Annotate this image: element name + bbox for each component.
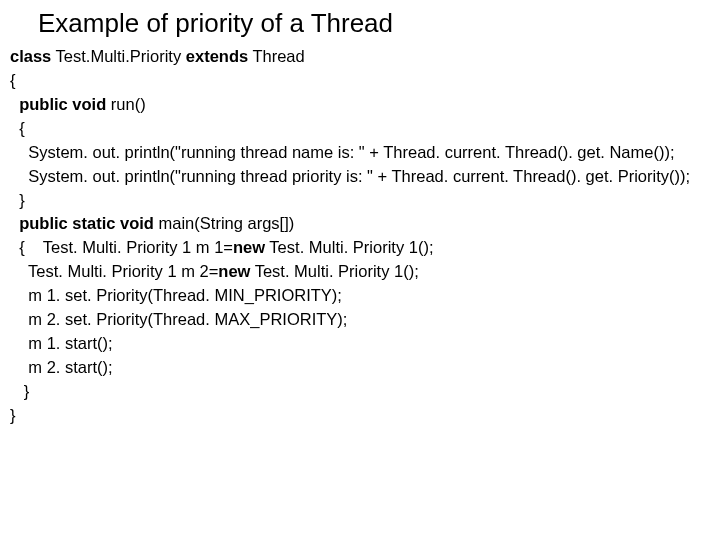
- kw-void: void: [115, 214, 154, 232]
- kw-static: static: [68, 214, 116, 232]
- brace: }: [10, 406, 16, 424]
- kw-new: new: [218, 262, 250, 280]
- text: Test.Multi.Priority: [51, 47, 185, 65]
- kw-public: public: [10, 214, 68, 232]
- brace: }: [10, 382, 29, 400]
- kw-public: public: [10, 95, 68, 113]
- brace: {: [10, 119, 25, 137]
- code-line: Test. Multi. Priority 1 m 2=: [10, 262, 218, 280]
- kw-void: void: [68, 95, 107, 113]
- code-line: m 2. start();: [10, 358, 113, 376]
- kw-extends: extends: [186, 47, 248, 65]
- code-line: m 1. set. Priority(Thread. MIN_PRIORITY)…: [10, 286, 342, 304]
- code-line: System. out. println("running thread nam…: [10, 143, 675, 161]
- brace: {: [10, 71, 16, 89]
- text: Test. Multi. Priority 1();: [265, 238, 433, 256]
- text: Thread: [248, 47, 305, 65]
- text: main(String args[]): [154, 214, 294, 232]
- code-line: { Test. Multi. Priority 1 m 1=: [10, 238, 233, 256]
- kw-class: class: [10, 47, 51, 65]
- code-line: m 2. set. Priority(Thread. MAX_PRIORITY)…: [10, 310, 347, 328]
- text: run(): [106, 95, 145, 113]
- text: Test. Multi. Priority 1();: [250, 262, 418, 280]
- slide-title: Example of priority of a Thread: [38, 8, 710, 39]
- kw-new: new: [233, 238, 265, 256]
- code-line: System. out. println("running thread pri…: [10, 167, 690, 185]
- slide: Example of priority of a Thread class Te…: [0, 0, 720, 438]
- code-line: m 1. start();: [10, 334, 113, 352]
- brace: }: [10, 191, 25, 209]
- code-block: class Test.Multi.Priority extends Thread…: [10, 45, 710, 428]
